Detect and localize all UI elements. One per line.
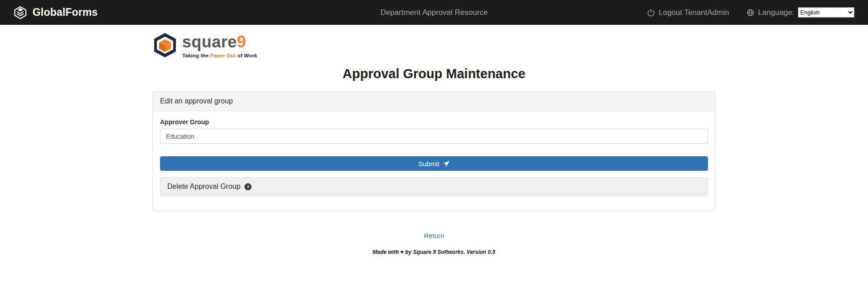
approver-group-input[interactable]: [160, 129, 708, 144]
logout-label: Logout TenantAdmin: [659, 8, 729, 17]
submit-label: Submit: [418, 160, 439, 168]
language-select[interactable]: English: [798, 7, 854, 18]
square9-wordmark: square9 Taking the Paper Out of Work: [182, 34, 257, 58]
tagline-part1: Taking the: [182, 53, 210, 58]
square9-tagline: Taking the Paper Out of Work: [182, 53, 257, 58]
question-circle-icon: ?: [244, 183, 252, 191]
top-navbar: GlobalForms Department Approval Resource…: [0, 0, 868, 25]
navbar-right-group: Logout TenantAdmin Language: English: [647, 7, 854, 18]
main-container: square9 Taking the Paper Out of Work App…: [152, 25, 716, 273]
approver-group-label: Approver Group: [160, 118, 708, 126]
square9-digit: 9: [237, 33, 246, 51]
edit-approval-group-panel: Edit an approval group Approver Group Su…: [152, 91, 716, 211]
square9-logo-icon: [152, 32, 178, 58]
panel-body: Approver Group Submit Delete Approval Gr…: [153, 111, 715, 211]
submit-button[interactable]: Submit: [160, 156, 708, 171]
tagline-part3: of Work: [236, 53, 257, 58]
square9-logo: square9 Taking the Paper Out of Work: [152, 25, 716, 58]
power-icon: [647, 9, 655, 17]
globe-icon: [746, 9, 755, 17]
logout-link[interactable]: Logout TenantAdmin: [647, 8, 729, 17]
brand-name: GlobalForms: [33, 6, 98, 19]
svg-text:?: ?: [246, 184, 249, 189]
navbar-page-title: Department Approval Resource: [380, 8, 487, 17]
language-group: Language: English: [746, 7, 854, 18]
return-link-wrap: Return: [152, 232, 716, 240]
page-title: Approval Group Maintenance: [152, 66, 716, 81]
globalforms-brand[interactable]: GlobalForms: [14, 6, 98, 19]
delete-approval-group-header[interactable]: Delete Approval Group ?: [160, 177, 708, 196]
language-label: Language:: [758, 8, 794, 17]
tagline-part2: Paper Out: [210, 53, 236, 58]
globalforms-logo-icon: [14, 6, 27, 19]
footer-note: Made with ♥ by Square 9 Softworks. Versi…: [152, 249, 716, 273]
return-link[interactable]: Return: [424, 232, 444, 239]
paper-plane-icon: [443, 160, 450, 167]
square9-word: square: [182, 33, 237, 51]
delete-panel-title: Delete Approval Group: [167, 183, 241, 191]
panel-header: Edit an approval group: [153, 92, 715, 111]
